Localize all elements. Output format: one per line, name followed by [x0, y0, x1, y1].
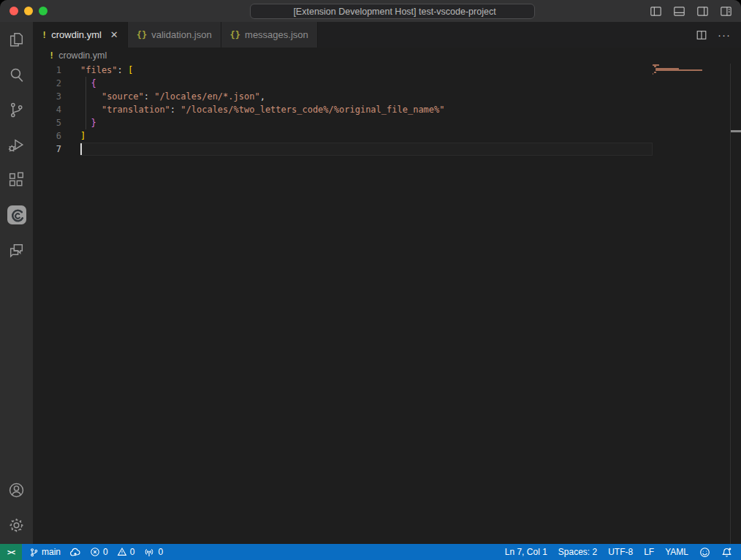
- status-publish-changes[interactable]: [69, 544, 81, 560]
- code-line-2[interactable]: 2 {: [33, 77, 741, 90]
- status-feedback[interactable]: [699, 544, 710, 560]
- status-encoding[interactable]: UTF-8: [608, 544, 633, 560]
- code-token: :: [170, 105, 180, 115]
- status-errors-label: 0: [103, 547, 108, 557]
- account-icon: [7, 481, 26, 499]
- json-file-icon: {}: [230, 30, 240, 40]
- warning-icon: [117, 547, 127, 557]
- line-content: "source": "/locales/en/*.json",: [80, 90, 741, 103]
- code-token: ]: [80, 131, 86, 141]
- status-remote[interactable]: ><: [0, 544, 22, 560]
- extensions-icon: [7, 171, 26, 189]
- code-token: }: [91, 118, 96, 128]
- status-language-mode[interactable]: YAML: [665, 544, 688, 560]
- source-control-icon: [7, 101, 26, 119]
- line-number: 6: [33, 129, 80, 143]
- status-cursor-position-label: Ln 7, Col 1: [505, 547, 547, 557]
- command-center[interactable]: [Extension Development Host] test-vscode…: [250, 4, 535, 19]
- status-cursor-position[interactable]: Ln 7, Col 1: [505, 544, 547, 560]
- activity-item-explorer[interactable]: [0, 22, 33, 57]
- close-tab-icon[interactable]: ✕: [110, 30, 118, 39]
- status-warnings[interactable]: 0: [117, 544, 135, 560]
- cloud-upload-icon: [69, 548, 81, 557]
- text-cursor: [80, 143, 82, 155]
- activity-item-accounts[interactable]: [0, 472, 33, 507]
- indent-guide: [86, 103, 86, 116]
- status-indentation[interactable]: Spaces: 2: [558, 544, 597, 560]
- code-line-5[interactable]: 5 }: [33, 116, 741, 129]
- tab-bar: !crowdin.yml✕{}validation.json{}messages…: [33, 22, 741, 48]
- split-editor-button[interactable]: [696, 29, 707, 41]
- code-line-4[interactable]: 4 "translation": "/locales/%two_letters_…: [33, 103, 741, 116]
- line-number: 4: [33, 103, 80, 116]
- code-line-6[interactable]: 6]: [33, 129, 741, 143]
- activity-item-crowdin[interactable]: [0, 197, 33, 232]
- yaml-file-icon: !: [42, 30, 47, 40]
- smiley-icon: [699, 547, 710, 558]
- cursor-position-marker: [731, 130, 741, 132]
- status-broadcast[interactable]: 0: [143, 544, 163, 560]
- breadcrumb[interactable]: ! crowdin.yml: [33, 48, 741, 64]
- status-warnings-label: 0: [130, 547, 135, 557]
- bell-icon: [721, 547, 732, 558]
- code-token: [80, 105, 102, 115]
- json-file-icon: {}: [137, 30, 147, 40]
- activity-item-comments[interactable]: [0, 232, 33, 268]
- code-token: ,: [260, 91, 265, 102]
- toggle-panel-button[interactable]: [672, 4, 687, 19]
- activity-item-run-and-debug[interactable]: [0, 127, 33, 162]
- line-content: }: [80, 116, 741, 129]
- current-line-highlight: [80, 143, 653, 156]
- code-token: "/locales/%two_letters_code%/%original_f…: [180, 105, 444, 115]
- minimize-window-button[interactable]: [24, 7, 33, 15]
- settings-icon: [7, 516, 26, 534]
- tab-messages-json[interactable]: {}messages.json: [221, 22, 318, 48]
- indent-guide: [86, 90, 86, 103]
- toggle-secondary-sidebar-button[interactable]: [695, 4, 710, 19]
- code-token: "translation": [102, 105, 170, 115]
- indent-guide: [86, 116, 86, 129]
- close-window-button[interactable]: [10, 7, 18, 15]
- tab-label: crowdin.yml: [51, 29, 102, 40]
- activity-item-extensions[interactable]: [0, 162, 33, 197]
- tab-validation-json[interactable]: {}validation.json: [128, 22, 221, 48]
- panel-left-icon: [650, 5, 662, 18]
- line-content: ]: [80, 129, 741, 143]
- status-errors[interactable]: 0: [90, 544, 108, 560]
- more-actions-button[interactable]: ···: [718, 31, 731, 39]
- status-branch[interactable]: main: [29, 544, 61, 560]
- search-icon: [7, 66, 26, 84]
- activity-item-source-control[interactable]: [0, 92, 33, 127]
- code-token: :: [144, 91, 154, 102]
- activity-item-search[interactable]: [0, 57, 33, 92]
- overview-ruler-scrollbar[interactable]: [730, 64, 741, 544]
- code-line-3[interactable]: 3 "source": "/locales/en/*.json",: [33, 90, 741, 103]
- files-icon: [7, 31, 26, 49]
- layout-icon: [720, 5, 732, 18]
- toggle-primary-sidebar-button[interactable]: [648, 4, 664, 19]
- status-notifications[interactable]: [721, 544, 732, 560]
- minimap-line: [656, 69, 702, 71]
- run-debug-icon: [7, 136, 26, 154]
- status-branch-label: main: [42, 547, 61, 557]
- customize-layout-button[interactable]: [718, 4, 734, 19]
- code-line-7[interactable]: 7: [33, 143, 741, 156]
- code-editor[interactable]: 1"files": [2 {3 "source": "/locales/en/*…: [33, 64, 741, 544]
- branch-icon: [29, 548, 39, 557]
- line-content: [80, 143, 741, 156]
- status-bar: ><main000 Ln 7, Col 1Spaces: 2UTF-8LFYAM…: [0, 544, 741, 560]
- activity-item-settings[interactable]: [0, 507, 33, 542]
- comments-icon: [7, 241, 26, 260]
- breadcrumb-file-label: crowdin.yml: [58, 50, 107, 61]
- code-line-1[interactable]: 1"files": [: [33, 64, 741, 77]
- editor-group: !crowdin.yml✕{}validation.json{}messages…: [33, 22, 741, 544]
- code-token: {: [91, 78, 96, 88]
- status-eol[interactable]: LF: [644, 544, 654, 560]
- minimap[interactable]: [653, 64, 731, 77]
- window-controls: [10, 7, 48, 15]
- zoom-window-button[interactable]: [39, 7, 48, 15]
- tab-crowdin-yml[interactable]: !crowdin.yml✕: [33, 22, 128, 48]
- line-number: 1: [33, 64, 80, 77]
- history-navigation: [207, 2, 214, 20]
- remote-icon: ><: [7, 548, 15, 556]
